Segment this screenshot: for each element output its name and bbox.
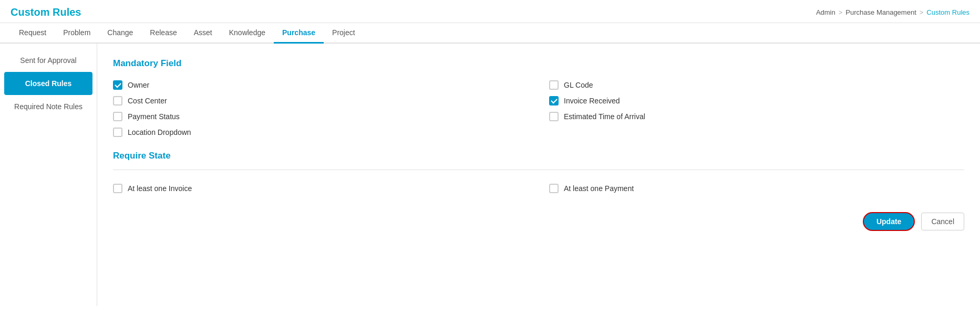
sidebar-item-sent-for-approval[interactable]: Sent for Approval	[0, 49, 97, 72]
breadcrumb-sep2: >	[920, 8, 924, 16]
tab-problem[interactable]: Problem	[55, 23, 99, 44]
checkbox-cost-center[interactable]	[113, 96, 122, 106]
checkbox-gl-code[interactable]	[549, 80, 559, 90]
label-at-least-one-payment: At least one Payment	[564, 184, 634, 193]
field-row-payment-status: Payment Status	[113, 109, 528, 124]
checkbox-payment-status[interactable]	[113, 112, 122, 121]
checkbox-owner[interactable]	[113, 80, 122, 90]
breadcrumb-current: Custom Rules	[926, 8, 969, 16]
section-divider	[113, 170, 964, 170]
label-invoice-received: Invoice Received	[564, 97, 620, 105]
checkbox-estimated-time-of-arrival[interactable]	[549, 112, 559, 121]
sidebar-item-required-note-rules[interactable]: Required Note Rules	[0, 95, 97, 118]
top-header: Custom Rules Admin > Purchase Management…	[0, 0, 980, 23]
tab-project[interactable]: Project	[324, 23, 364, 44]
content-area: Mandatory Field Owner Cost Center Paymen…	[97, 44, 980, 306]
field-row-at-least-one-invoice: At least one Invoice	[113, 181, 528, 196]
cancel-button[interactable]: Cancel	[921, 213, 964, 230]
label-gl-code: GL Code	[564, 81, 593, 89]
field-row-estimated-time-of-arrival: Estimated Time of Arrival	[549, 109, 964, 124]
mandatory-field-title: Mandatory Field	[113, 58, 964, 69]
sidebar: Sent for Approval Closed Rules Required …	[0, 44, 97, 306]
mandatory-fields-grid: Owner Cost Center Payment Status Locatio…	[113, 77, 964, 140]
checkbox-location-dropdown[interactable]	[113, 128, 122, 137]
label-cost-center: Cost Center	[128, 97, 167, 105]
breadcrumb: Admin > Purchase Management > Custom Rul…	[816, 8, 969, 16]
tab-asset[interactable]: Asset	[185, 23, 221, 44]
label-at-least-one-invoice: At least one Invoice	[128, 184, 192, 193]
main-layout: Sent for Approval Closed Rules Required …	[0, 44, 980, 306]
require-state-grid: At least one Invoice At least one Paymen…	[113, 181, 964, 196]
tab-change[interactable]: Change	[99, 23, 141, 44]
mandatory-right-column: GL Code Invoice Received Estimated Time …	[549, 77, 964, 140]
page-title: Custom Rules	[11, 6, 81, 18]
tab-request[interactable]: Request	[11, 23, 55, 44]
action-row: Update Cancel	[113, 212, 964, 231]
sidebar-item-closed-rules[interactable]: Closed Rules	[4, 72, 92, 95]
tab-nav: Request Problem Change Release Asset Kno…	[0, 23, 980, 44]
require-state-right-column: At least one Payment	[549, 181, 964, 196]
tab-purchase[interactable]: Purchase	[274, 23, 324, 44]
mandatory-left-column: Owner Cost Center Payment Status Locatio…	[113, 77, 528, 140]
field-row-at-least-one-payment: At least one Payment	[549, 181, 964, 196]
breadcrumb-admin: Admin	[816, 8, 835, 16]
tab-knowledge[interactable]: Knowledge	[221, 23, 274, 44]
checkbox-invoice-received[interactable]	[549, 96, 559, 106]
field-row-gl-code: GL Code	[549, 77, 964, 93]
label-estimated-time-of-arrival: Estimated Time of Arrival	[564, 112, 645, 121]
field-row-invoice-received: Invoice Received	[549, 93, 964, 109]
label-owner: Owner	[128, 81, 149, 89]
field-row-owner: Owner	[113, 77, 528, 93]
require-state-title: Require State	[113, 151, 964, 161]
tab-release[interactable]: Release	[141, 23, 185, 44]
breadcrumb-sep1: >	[839, 8, 843, 16]
label-location-dropdown: Location Dropdown	[128, 128, 191, 136]
require-state-left-column: At least one Invoice	[113, 181, 528, 196]
label-payment-status: Payment Status	[128, 112, 180, 121]
field-row-location-dropdown: Location Dropdown	[113, 124, 528, 140]
breadcrumb-purchase-management: Purchase Management	[845, 8, 916, 16]
update-button[interactable]: Update	[863, 212, 915, 231]
checkbox-at-least-one-payment[interactable]	[549, 184, 559, 193]
field-row-cost-center: Cost Center	[113, 93, 528, 109]
checkbox-at-least-one-invoice[interactable]	[113, 184, 122, 193]
